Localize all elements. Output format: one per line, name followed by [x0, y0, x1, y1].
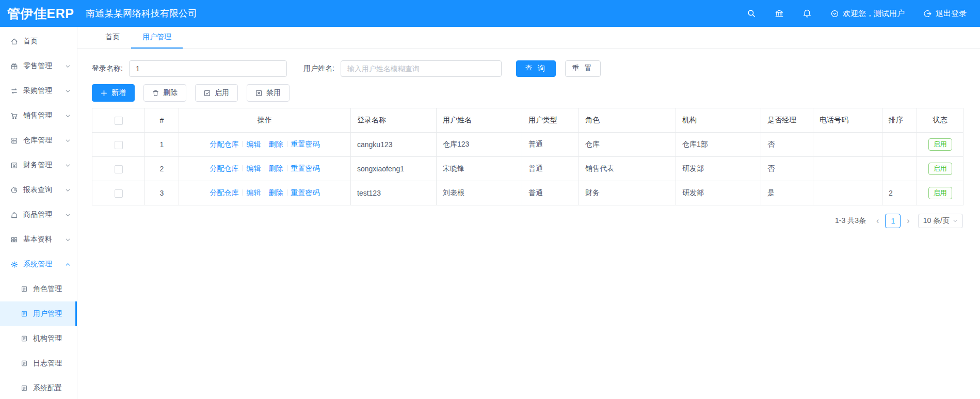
cell-phone: [813, 133, 882, 157]
status-badge: 启用: [928, 187, 952, 199]
bank-icon[interactable]: [775, 9, 784, 18]
table-row: 2 分配仓库编辑删除重置密码 songxiaofeng1 宋晓锋 普通 销售代表…: [92, 157, 963, 181]
doc-icon: [21, 335, 28, 342]
disable-button[interactable]: 禁用: [247, 84, 290, 102]
bell-icon[interactable]: [802, 9, 812, 18]
tab-user-management[interactable]: 用户管理: [131, 27, 183, 49]
reset-password-link[interactable]: 重置密码: [291, 140, 320, 148]
page-number[interactable]: 1: [885, 214, 901, 228]
cell-role: 财务: [579, 181, 676, 205]
pagination-total: 1-3 共3条: [835, 216, 866, 226]
sidebar-item-warehouse[interactable]: 仓库管理: [0, 128, 77, 153]
sidebar-item-retail[interactable]: 零售管理: [0, 54, 77, 78]
down-circle-icon: [830, 9, 839, 18]
user-name-label: 用户姓名:: [303, 64, 334, 73]
cell-role: 仓库: [579, 133, 676, 157]
trash-icon: [152, 90, 159, 97]
sidebar-item-reports[interactable]: 报表查询: [0, 178, 77, 202]
sidebar-item-system[interactable]: 系统管理: [0, 252, 77, 277]
gift-icon: [10, 62, 18, 70]
row-checkbox[interactable]: [115, 165, 123, 173]
doc-icon: [21, 310, 28, 317]
money-icon: [10, 162, 18, 169]
cart-icon: [10, 112, 18, 120]
tab-bar: 首页 用户管理: [77, 27, 980, 49]
assign-warehouse-link[interactable]: 分配仓库: [210, 188, 239, 197]
main-area: 首页 用户管理 登录名称: 用户姓名: 查 询 重 置 新增: [77, 27, 980, 399]
sidebar-subitem-config[interactable]: 系统配置: [0, 376, 77, 399]
sidebar-subitem-label: 日志管理: [33, 359, 62, 368]
sidebar-item-label: 系统管理: [23, 260, 52, 269]
assign-warehouse-link[interactable]: 分配仓库: [210, 140, 239, 148]
sidebar: 首页 零售管理 采购管理 销售管理 仓库管理 财务管理: [0, 27, 77, 399]
sidebar-subitem-users[interactable]: 用户管理: [0, 301, 77, 326]
sidebar-item-label: 报表查询: [23, 185, 52, 195]
user-name-input[interactable]: [341, 60, 502, 77]
bag-icon: [10, 211, 18, 219]
toolbar: 新增 删除 启用 禁用: [92, 84, 980, 102]
tab-home[interactable]: 首页: [94, 27, 131, 49]
next-page-button[interactable]: ›: [905, 216, 911, 226]
reset-button[interactable]: 重 置: [565, 60, 601, 77]
page-size-select[interactable]: 10 条/页: [918, 214, 963, 228]
edit-link[interactable]: 编辑: [247, 164, 261, 172]
delete-link[interactable]: 删除: [269, 140, 283, 148]
plus-icon: [101, 90, 107, 97]
enable-button[interactable]: 启用: [195, 84, 238, 102]
logout-text: 退出登录: [936, 9, 967, 19]
sidebar-item-goods[interactable]: 商品管理: [0, 202, 77, 227]
check-square-icon: [204, 90, 211, 97]
cell-manager: 否: [761, 133, 813, 157]
col-phone: 电话号码: [813, 108, 882, 133]
gear-icon: [10, 261, 18, 268]
sidebar-item-label: 商品管理: [23, 210, 52, 219]
cell-phone: [813, 157, 882, 181]
delete-link[interactable]: 删除: [269, 188, 283, 197]
reset-password-link[interactable]: 重置密码: [291, 188, 320, 197]
chevron-down-icon: [953, 218, 958, 224]
edit-link[interactable]: 编辑: [247, 140, 261, 148]
row-checkbox[interactable]: [115, 189, 123, 198]
chevron-down-icon: [65, 88, 71, 94]
sidebar-item-label: 销售管理: [23, 111, 52, 120]
row-checkbox[interactable]: [115, 141, 123, 149]
select-all-checkbox[interactable]: [115, 117, 123, 125]
sidebar-subitem-label: 用户管理: [33, 309, 62, 318]
company-name: 南通某某网络科技有限公司: [86, 7, 197, 20]
header-actions: 欢迎您，测试用户 退出登录: [728, 9, 980, 19]
sidebar-item-sales[interactable]: 销售管理: [0, 103, 77, 128]
logout-button[interactable]: 退出登录: [923, 9, 967, 19]
col-name: 用户姓名: [437, 108, 522, 133]
cell-name: 刘老根: [437, 181, 522, 205]
prev-page-button[interactable]: ‹: [874, 216, 881, 226]
doc-icon: [21, 385, 28, 392]
row-index: 1: [145, 133, 179, 157]
server-icon: [10, 137, 18, 145]
row-index: 2: [145, 157, 179, 181]
chevron-down-icon: [65, 212, 71, 218]
delete-button[interactable]: 删除: [143, 84, 186, 102]
app-header: 管伊佳ERP 南通某某网络科技有限公司 欢迎您，测试用户 退出登录: [0, 0, 980, 27]
delete-link[interactable]: 删除: [269, 164, 283, 172]
sidebar-item-finance[interactable]: 财务管理: [0, 153, 77, 178]
login-name-input[interactable]: [129, 60, 287, 77]
sidebar-subitem-roles[interactable]: 角色管理: [0, 277, 77, 301]
sidebar-item-home[interactable]: 首页: [0, 29, 77, 54]
sidebar-item-purchase[interactable]: 采购管理: [0, 78, 77, 103]
login-name-label: 登录名称:: [92, 64, 123, 73]
cell-manager: 否: [761, 157, 813, 181]
search-icon[interactable]: [747, 9, 756, 18]
doc-icon: [21, 285, 28, 293]
doc-icon: [21, 360, 28, 367]
pagination: 1-3 共3条 ‹ 1 › 10 条/页: [92, 214, 963, 228]
sidebar-item-basic-data[interactable]: 基本资料: [0, 227, 77, 252]
welcome-user[interactable]: 欢迎您，测试用户: [830, 9, 905, 19]
edit-link[interactable]: 编辑: [247, 188, 261, 197]
assign-warehouse-link[interactable]: 分配仓库: [210, 164, 239, 172]
sidebar-subitem-orgs[interactable]: 机构管理: [0, 326, 77, 351]
reset-password-link[interactable]: 重置密码: [291, 164, 320, 172]
col-manager: 是否经理: [761, 108, 813, 133]
search-button[interactable]: 查 询: [516, 60, 556, 77]
sidebar-subitem-logs[interactable]: 日志管理: [0, 351, 77, 376]
add-button[interactable]: 新增: [92, 84, 135, 102]
